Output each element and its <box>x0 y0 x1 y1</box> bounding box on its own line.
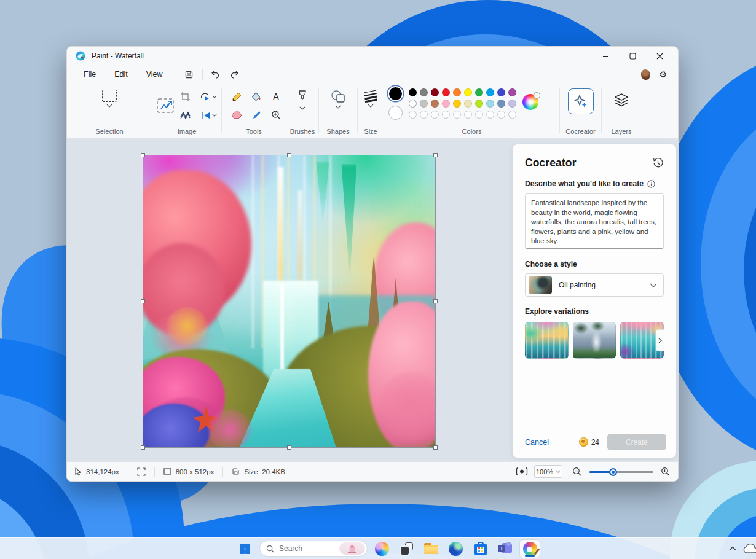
search-input[interactable] <box>279 544 334 553</box>
color-swatch[interactable] <box>409 100 417 108</box>
maximize-button[interactable] <box>619 47 646 65</box>
save-button[interactable] <box>180 66 199 82</box>
canvas[interactable] <box>143 155 435 447</box>
prompt-input[interactable]: Fantastical landscape inspired by the be… <box>525 194 664 249</box>
secondary-color-swatch[interactable] <box>388 106 403 120</box>
settings-gear-icon[interactable]: ⚙ <box>659 69 667 79</box>
pencil-tool-icon[interactable] <box>232 92 242 102</box>
selection-handle[interactable] <box>141 153 145 157</box>
cancel-button[interactable]: Cancel <box>525 438 549 447</box>
magnifier-tool-icon[interactable] <box>271 110 282 120</box>
menu-file[interactable]: File <box>74 68 105 81</box>
color-swatch[interactable] <box>508 100 516 108</box>
variations-next-button[interactable] <box>656 329 664 351</box>
variation-thumbnail-1[interactable] <box>525 322 569 359</box>
color-swatch-empty[interactable] <box>442 111 450 119</box>
primary-color-swatch[interactable] <box>388 86 403 101</box>
color-swatch[interactable] <box>442 88 450 96</box>
eyedropper-tool-icon[interactable] <box>251 110 261 120</box>
taskbar-paint-active[interactable] <box>519 539 540 558</box>
taskbar-edge[interactable] <box>446 539 466 558</box>
color-swatch[interactable] <box>431 88 439 96</box>
color-swatch[interactable] <box>475 88 483 96</box>
taskbar-store[interactable] <box>470 539 490 558</box>
color-swatch-empty[interactable] <box>508 111 516 119</box>
brush-icon[interactable] <box>297 90 308 104</box>
fill-tool-icon[interactable] <box>251 92 262 102</box>
chevron-down-icon[interactable] <box>106 104 112 108</box>
color-swatch[interactable] <box>453 100 461 108</box>
flip-button[interactable] <box>200 111 217 120</box>
chevron-down-icon[interactable] <box>335 105 341 109</box>
selection-handle[interactable] <box>141 299 145 303</box>
chevron-down-icon[interactable] <box>299 106 305 110</box>
onedrive-cloud-icon[interactable] <box>742 544 756 554</box>
close-button[interactable] <box>646 47 673 65</box>
edit-colors-button[interactable]: + <box>522 94 538 110</box>
cocreator-button[interactable] <box>568 88 594 114</box>
account-avatar[interactable] <box>641 69 650 80</box>
eraser-tool-icon[interactable] <box>231 111 242 120</box>
color-swatch[interactable] <box>497 88 505 96</box>
info-icon[interactable] <box>647 180 655 188</box>
zoom-slider-thumb[interactable] <box>609 468 617 476</box>
shapes-icon[interactable] <box>331 90 345 103</box>
color-swatch[interactable] <box>464 100 472 108</box>
start-button[interactable] <box>235 539 255 558</box>
color-swatch-empty[interactable] <box>431 111 439 119</box>
chevron-down-icon[interactable] <box>368 104 374 108</box>
color-swatch-empty[interactable] <box>475 111 483 119</box>
zoom-level-dropdown[interactable]: 100% <box>534 465 562 478</box>
color-swatch[interactable] <box>453 88 461 96</box>
minimize-button[interactable] <box>592 47 619 65</box>
style-dropdown[interactable]: Oil painting <box>525 273 664 297</box>
taskbar-file-explorer[interactable] <box>421 539 441 558</box>
color-swatch-empty[interactable] <box>464 111 472 119</box>
titlebar[interactable]: Paint - Waterfall <box>67 47 678 65</box>
color-swatch[interactable] <box>486 88 494 96</box>
search-highlight-image[interactable] <box>339 542 365 555</box>
zoom-slider[interactable] <box>589 467 653 476</box>
tray-chevron-up-icon[interactable] <box>729 546 736 551</box>
color-swatch[interactable] <box>464 88 472 96</box>
line-size-icon[interactable] <box>363 89 379 103</box>
crop-icon[interactable] <box>180 92 191 102</box>
selection-handle[interactable] <box>141 445 145 450</box>
color-swatch[interactable] <box>420 100 428 108</box>
color-swatch-empty[interactable] <box>409 111 417 119</box>
fit-to-screen-icon[interactable] <box>516 467 528 476</box>
layers-icon[interactable] <box>613 92 629 108</box>
menu-view[interactable]: View <box>137 68 172 81</box>
color-swatch[interactable] <box>409 88 417 96</box>
texture-pattern-icon[interactable] <box>180 111 191 119</box>
taskbar-task-view[interactable] <box>396 539 417 558</box>
zoom-out-icon[interactable] <box>572 467 582 477</box>
color-swatch[interactable] <box>431 100 439 108</box>
color-swatch[interactable] <box>508 88 516 96</box>
taskbar-copilot[interactable] <box>372 539 392 558</box>
selection-tool-icon[interactable] <box>102 90 117 102</box>
rotate-button[interactable] <box>200 92 217 101</box>
selection-handle[interactable] <box>433 299 438 303</box>
selection-handle[interactable] <box>433 445 438 450</box>
text-tool-icon[interactable]: A <box>271 92 281 101</box>
redo-button[interactable] <box>225 66 243 82</box>
undo-button[interactable] <box>207 66 225 82</box>
color-swatch[interactable] <box>420 88 428 96</box>
taskbar-search[interactable] <box>259 541 368 557</box>
color-swatch-empty[interactable] <box>453 111 461 119</box>
color-swatch[interactable] <box>442 100 450 108</box>
selection-handle[interactable] <box>287 445 291 450</box>
color-swatch[interactable] <box>486 100 494 108</box>
menu-edit[interactable]: Edit <box>105 68 137 81</box>
history-icon[interactable] <box>652 157 664 169</box>
resize-image-icon[interactable] <box>156 96 175 115</box>
color-swatch-empty[interactable] <box>497 111 505 119</box>
create-button[interactable]: Create <box>607 434 666 450</box>
taskbar-teams[interactable]: T <box>495 539 515 558</box>
color-swatch-empty[interactable] <box>420 111 428 119</box>
color-swatch[interactable] <box>497 100 505 108</box>
variation-thumbnail-2[interactable] <box>573 322 616 359</box>
zoom-in-icon[interactable] <box>661 467 671 477</box>
color-swatch-empty[interactable] <box>486 111 494 119</box>
